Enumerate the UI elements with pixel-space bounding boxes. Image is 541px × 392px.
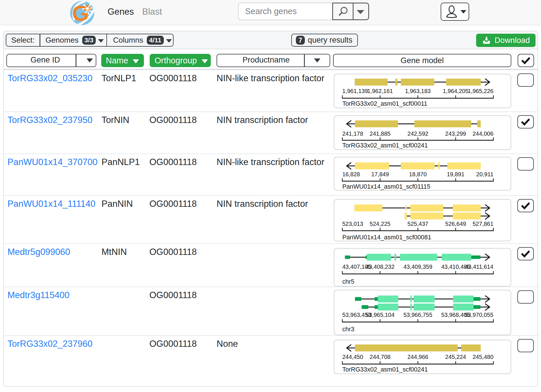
svg-text:244,006: 244,006 (473, 130, 493, 137)
svg-text:242,592: 242,592 (407, 130, 428, 137)
svg-text:244,708: 244,708 (370, 354, 390, 360)
svg-text:1,963,183: 1,963,183 (405, 88, 431, 94)
svg-text:43,408,232: 43,408,232 (366, 264, 395, 270)
svg-text:53,965,104: 53,965,104 (366, 312, 395, 318)
svg-text:53,970,055: 53,970,055 (465, 312, 493, 318)
svg-text:43,409,359: 43,409,359 (403, 264, 432, 270)
svg-text:241,885: 241,885 (370, 130, 390, 137)
svg-text:18,870: 18,870 (409, 171, 427, 177)
svg-text:chr5: chr5 (342, 278, 354, 285)
svg-text:244,966: 244,966 (407, 354, 428, 360)
svg-text:1,962,161: 1,962,161 (367, 88, 393, 94)
svg-text:TorRG33x02_asm01_scf00241: TorRG33x02_asm01_scf00241 (342, 142, 428, 149)
svg-text:16,828: 16,828 (342, 171, 360, 177)
svg-text:245,480: 245,480 (473, 354, 493, 360)
svg-text:243,299: 243,299 (445, 130, 466, 137)
svg-text:523,013: 523,013 (342, 221, 363, 227)
svg-text:244,450: 244,450 (342, 354, 363, 360)
svg-text:PanWU01x14_asm01_scf01115: PanWU01x14_asm01_scf01115 (342, 183, 430, 190)
svg-text:17,849: 17,849 (371, 171, 389, 177)
svg-text:1,961,139: 1,961,139 (342, 88, 368, 94)
svg-text:53,966,755: 53,966,755 (403, 312, 432, 318)
svg-text:43,411,614: 43,411,614 (465, 264, 493, 270)
svg-text:TorRG33x02_asm01_scf00241: TorRG33x02_asm01_scf00241 (342, 366, 428, 373)
svg-text:241,178: 241,178 (342, 130, 363, 137)
svg-text:527,861: 527,861 (473, 221, 493, 227)
svg-text:20,911: 20,911 (476, 171, 493, 177)
svg-text:1,965,226: 1,965,226 (468, 88, 493, 94)
svg-text:525,437: 525,437 (407, 221, 428, 227)
svg-text:1,964,205: 1,964,205 (443, 88, 469, 94)
svg-text:245,224: 245,224 (445, 354, 466, 360)
svg-text:19,891: 19,891 (447, 171, 464, 177)
svg-text:TorRG33x02_asm01_scf00011: TorRG33x02_asm01_scf00011 (342, 100, 427, 107)
svg-text:chr3: chr3 (342, 326, 354, 333)
svg-text:PanWU01x14_asm01_scf00081: PanWU01x14_asm01_scf00081 (342, 234, 431, 241)
svg-text:526,649: 526,649 (445, 221, 466, 227)
svg-text:524,225: 524,225 (370, 221, 390, 227)
